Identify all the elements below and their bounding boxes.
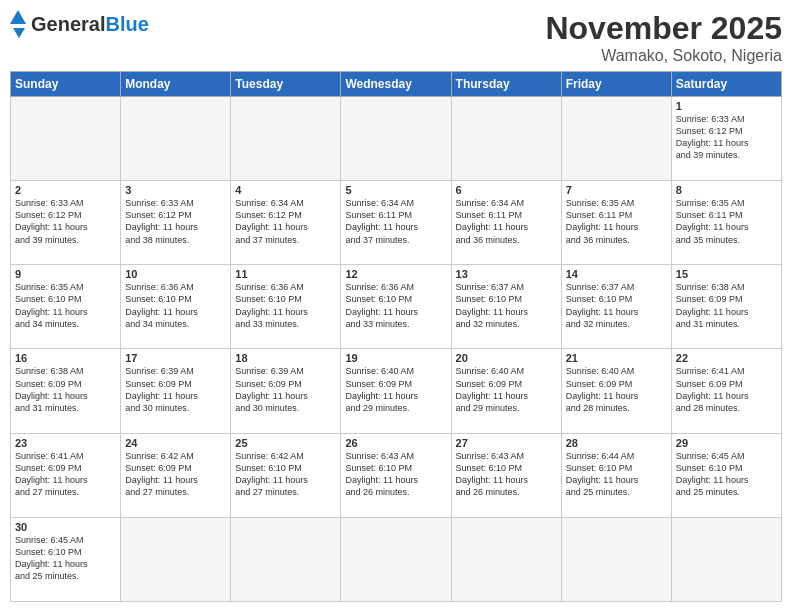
table-row: 19Sunrise: 6:40 AM Sunset: 6:09 PM Dayli… bbox=[341, 349, 451, 433]
day-number: 11 bbox=[235, 268, 336, 280]
day-info: Sunrise: 6:45 AM Sunset: 6:10 PM Dayligh… bbox=[15, 534, 116, 583]
col-header-sunday: Sunday bbox=[11, 72, 121, 97]
table-row: 11Sunrise: 6:36 AM Sunset: 6:10 PM Dayli… bbox=[231, 265, 341, 349]
col-header-thursday: Thursday bbox=[451, 72, 561, 97]
day-info: Sunrise: 6:37 AM Sunset: 6:10 PM Dayligh… bbox=[566, 281, 667, 330]
table-row: 25Sunrise: 6:42 AM Sunset: 6:10 PM Dayli… bbox=[231, 433, 341, 517]
table-row bbox=[561, 517, 671, 601]
day-number: 2 bbox=[15, 184, 116, 196]
calendar-week-row: 1Sunrise: 6:33 AM Sunset: 6:12 PM Daylig… bbox=[11, 97, 782, 181]
title-area: November 2025 Wamako, Sokoto, Nigeria bbox=[545, 10, 782, 65]
calendar-week-row: 30Sunrise: 6:45 AM Sunset: 6:10 PM Dayli… bbox=[11, 517, 782, 601]
day-number: 5 bbox=[345, 184, 446, 196]
day-number: 24 bbox=[125, 437, 226, 449]
day-number: 21 bbox=[566, 352, 667, 364]
day-number: 25 bbox=[235, 437, 336, 449]
table-row: 22Sunrise: 6:41 AM Sunset: 6:09 PM Dayli… bbox=[671, 349, 781, 433]
table-row: 8Sunrise: 6:35 AM Sunset: 6:11 PM Daylig… bbox=[671, 181, 781, 265]
table-row: 9Sunrise: 6:35 AM Sunset: 6:10 PM Daylig… bbox=[11, 265, 121, 349]
day-info: Sunrise: 6:39 AM Sunset: 6:09 PM Dayligh… bbox=[235, 365, 336, 414]
table-row: 29Sunrise: 6:45 AM Sunset: 6:10 PM Dayli… bbox=[671, 433, 781, 517]
table-row: 2Sunrise: 6:33 AM Sunset: 6:12 PM Daylig… bbox=[11, 181, 121, 265]
day-info: Sunrise: 6:39 AM Sunset: 6:09 PM Dayligh… bbox=[125, 365, 226, 414]
table-row: 21Sunrise: 6:40 AM Sunset: 6:09 PM Dayli… bbox=[561, 349, 671, 433]
day-number: 6 bbox=[456, 184, 557, 196]
day-number: 3 bbox=[125, 184, 226, 196]
day-number: 12 bbox=[345, 268, 446, 280]
day-number: 8 bbox=[676, 184, 777, 196]
day-number: 20 bbox=[456, 352, 557, 364]
table-row bbox=[671, 517, 781, 601]
table-row: 20Sunrise: 6:40 AM Sunset: 6:09 PM Dayli… bbox=[451, 349, 561, 433]
day-number: 27 bbox=[456, 437, 557, 449]
page: GeneralBlue November 2025 Wamako, Sokoto… bbox=[0, 0, 792, 612]
day-number: 18 bbox=[235, 352, 336, 364]
calendar-week-row: 9Sunrise: 6:35 AM Sunset: 6:10 PM Daylig… bbox=[11, 265, 782, 349]
table-row: 16Sunrise: 6:38 AM Sunset: 6:09 PM Dayli… bbox=[11, 349, 121, 433]
table-row: 30Sunrise: 6:45 AM Sunset: 6:10 PM Dayli… bbox=[11, 517, 121, 601]
calendar-header-row: Sunday Monday Tuesday Wednesday Thursday… bbox=[11, 72, 782, 97]
col-header-saturday: Saturday bbox=[671, 72, 781, 97]
table-row: 27Sunrise: 6:43 AM Sunset: 6:10 PM Dayli… bbox=[451, 433, 561, 517]
day-info: Sunrise: 6:34 AM Sunset: 6:12 PM Dayligh… bbox=[235, 197, 336, 246]
day-info: Sunrise: 6:33 AM Sunset: 6:12 PM Dayligh… bbox=[15, 197, 116, 246]
calendar-table: Sunday Monday Tuesday Wednesday Thursday… bbox=[10, 71, 782, 602]
table-row bbox=[561, 97, 671, 181]
logo-area: GeneralBlue bbox=[10, 10, 149, 38]
day-info: Sunrise: 6:36 AM Sunset: 6:10 PM Dayligh… bbox=[125, 281, 226, 330]
table-row: 10Sunrise: 6:36 AM Sunset: 6:10 PM Dayli… bbox=[121, 265, 231, 349]
logo-blue: Blue bbox=[105, 13, 148, 36]
day-number: 28 bbox=[566, 437, 667, 449]
day-info: Sunrise: 6:33 AM Sunset: 6:12 PM Dayligh… bbox=[676, 113, 777, 162]
day-number: 13 bbox=[456, 268, 557, 280]
day-number: 17 bbox=[125, 352, 226, 364]
day-info: Sunrise: 6:41 AM Sunset: 6:09 PM Dayligh… bbox=[676, 365, 777, 414]
table-row bbox=[231, 97, 341, 181]
day-info: Sunrise: 6:34 AM Sunset: 6:11 PM Dayligh… bbox=[456, 197, 557, 246]
day-number: 1 bbox=[676, 100, 777, 112]
day-number: 14 bbox=[566, 268, 667, 280]
day-info: Sunrise: 6:35 AM Sunset: 6:11 PM Dayligh… bbox=[676, 197, 777, 246]
day-info: Sunrise: 6:43 AM Sunset: 6:10 PM Dayligh… bbox=[345, 450, 446, 499]
day-info: Sunrise: 6:34 AM Sunset: 6:11 PM Dayligh… bbox=[345, 197, 446, 246]
day-info: Sunrise: 6:42 AM Sunset: 6:09 PM Dayligh… bbox=[125, 450, 226, 499]
day-info: Sunrise: 6:40 AM Sunset: 6:09 PM Dayligh… bbox=[456, 365, 557, 414]
day-number: 10 bbox=[125, 268, 226, 280]
table-row: 23Sunrise: 6:41 AM Sunset: 6:09 PM Dayli… bbox=[11, 433, 121, 517]
day-info: Sunrise: 6:35 AM Sunset: 6:10 PM Dayligh… bbox=[15, 281, 116, 330]
day-info: Sunrise: 6:33 AM Sunset: 6:12 PM Dayligh… bbox=[125, 197, 226, 246]
logo-triangle-down-icon bbox=[13, 28, 25, 38]
table-row bbox=[451, 97, 561, 181]
day-info: Sunrise: 6:38 AM Sunset: 6:09 PM Dayligh… bbox=[15, 365, 116, 414]
table-row: 14Sunrise: 6:37 AM Sunset: 6:10 PM Dayli… bbox=[561, 265, 671, 349]
day-info: Sunrise: 6:35 AM Sunset: 6:11 PM Dayligh… bbox=[566, 197, 667, 246]
table-row: 18Sunrise: 6:39 AM Sunset: 6:09 PM Dayli… bbox=[231, 349, 341, 433]
day-number: 4 bbox=[235, 184, 336, 196]
day-info: Sunrise: 6:42 AM Sunset: 6:10 PM Dayligh… bbox=[235, 450, 336, 499]
day-number: 15 bbox=[676, 268, 777, 280]
table-row bbox=[121, 517, 231, 601]
table-row bbox=[451, 517, 561, 601]
calendar-week-row: 23Sunrise: 6:41 AM Sunset: 6:09 PM Dayli… bbox=[11, 433, 782, 517]
table-row: 15Sunrise: 6:38 AM Sunset: 6:09 PM Dayli… bbox=[671, 265, 781, 349]
col-header-tuesday: Tuesday bbox=[231, 72, 341, 97]
day-info: Sunrise: 6:41 AM Sunset: 6:09 PM Dayligh… bbox=[15, 450, 116, 499]
day-info: Sunrise: 6:45 AM Sunset: 6:10 PM Dayligh… bbox=[676, 450, 777, 499]
logo: GeneralBlue bbox=[10, 10, 149, 38]
day-info: Sunrise: 6:36 AM Sunset: 6:10 PM Dayligh… bbox=[235, 281, 336, 330]
col-header-wednesday: Wednesday bbox=[341, 72, 451, 97]
day-info: Sunrise: 6:40 AM Sunset: 6:09 PM Dayligh… bbox=[345, 365, 446, 414]
col-header-friday: Friday bbox=[561, 72, 671, 97]
table-row: 6Sunrise: 6:34 AM Sunset: 6:11 PM Daylig… bbox=[451, 181, 561, 265]
col-header-monday: Monday bbox=[121, 72, 231, 97]
day-number: 29 bbox=[676, 437, 777, 449]
table-row bbox=[341, 517, 451, 601]
table-row: 12Sunrise: 6:36 AM Sunset: 6:10 PM Dayli… bbox=[341, 265, 451, 349]
table-row: 5Sunrise: 6:34 AM Sunset: 6:11 PM Daylig… bbox=[341, 181, 451, 265]
table-row: 26Sunrise: 6:43 AM Sunset: 6:10 PM Dayli… bbox=[341, 433, 451, 517]
table-row: 24Sunrise: 6:42 AM Sunset: 6:09 PM Dayli… bbox=[121, 433, 231, 517]
day-number: 23 bbox=[15, 437, 116, 449]
day-number: 16 bbox=[15, 352, 116, 364]
day-number: 30 bbox=[15, 521, 116, 533]
logo-triangle-up-icon bbox=[10, 10, 26, 24]
